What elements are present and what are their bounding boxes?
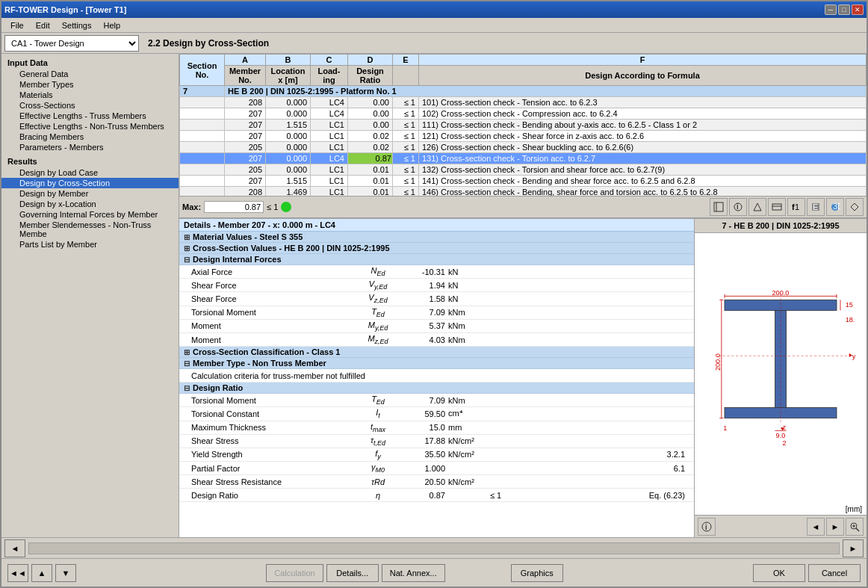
sidebar-item-governing-forces[interactable]: Governing Internal Forces by Member [1,209,179,220]
nav-btn-1[interactable]: ◄◄ [7,564,28,582]
svg-text:i: i [737,202,738,211]
sidebar-item-parameters[interactable]: Parameters - Members [1,142,179,152]
toolbar-icon-2[interactable]: i [729,198,747,216]
graphics-button[interactable]: Graphics [511,564,563,582]
table-row[interactable]: 208 1.469 LC1 0.01 ≤ 1 146) Cross-sectio… [180,187,867,196]
unit: kN [445,267,490,276]
toolbar-icon-8[interactable] [846,198,864,216]
value: 1.000 [400,464,445,473]
cell-le: ≤ 1 [393,176,419,187]
nav-btn-3[interactable]: ▼ [55,564,76,582]
maximize-button[interactable]: □ [838,4,850,15]
nav-right-btn[interactable]: ► [843,539,864,557]
section-design-ratio[interactable]: ⊟ Design Ratio [179,383,694,394]
svg-text:1: 1 [795,202,799,211]
table-row[interactable]: 207 0.000 LC1 0.02 ≤ 1 121) Cross-sectio… [180,131,867,142]
sidebar-item-eff-nontruss[interactable]: Effective Lengths - Non-Truss Members [1,121,179,131]
section-internal-forces[interactable]: ⊟ Design Internal Forces [179,254,694,265]
toolbar-icon-4[interactable] [768,198,786,216]
sidebar-item-design-cross-section[interactable]: Design by Cross-Section [1,178,179,188]
section-label: Cross-Section Classification - Class 1 [193,347,340,356]
sidebar-item-general-data[interactable]: General Data [1,69,179,79]
cell-loading: LC4 [311,108,348,120]
svg-text:15: 15 [846,301,853,309]
design-case-dropdown[interactable]: CA1 - Tower Design [4,35,139,52]
title-bar-buttons: ─ □ ✕ [825,4,864,15]
unit: kN/cm² [445,450,490,459]
toolbar-icon-7[interactable]: 3D [826,198,844,216]
cell-formula: 141) Cross-section check - Bending and s… [419,176,867,187]
cs-next-btn[interactable]: ► [826,518,844,536]
table-row[interactable]: 205 0.000 LC1 0.02 ≤ 1 126) Cross-sectio… [180,142,867,153]
horizontal-scrollbar[interactable] [28,542,840,554]
sidebar-item-design-load-case[interactable]: Design by Load Case [1,167,179,178]
toolbar-icon-1[interactable] [710,198,728,216]
cs-info-btn[interactable]: i [698,518,716,536]
table-row[interactable]: 205 0.000 LC1 0.01 ≤ 1 132) Cross-sectio… [180,164,867,176]
table-row[interactable]: 207 1.515 LC1 0.01 ≤ 1 141) Cross-sectio… [180,176,867,187]
section-classification[interactable]: ⊞ Cross-Section Classification - Class 1 [179,347,694,358]
cell-section [180,164,225,176]
window-title: RF-TOWER Design - [Tower T1] [4,5,126,14]
sidebar-item-bracing[interactable]: Bracing Members [1,131,179,142]
minimize-button[interactable]: ─ [825,4,837,15]
cell-le: ≤ 1 [393,97,419,108]
value: 20.50 [400,477,445,486]
menu-file[interactable]: File [4,19,30,31]
table-row[interactable]: 207 1.515 LC1 0.00 ≤ 1 111) Cross-sectio… [180,120,867,131]
cell-member: 207 [225,120,266,131]
ok-button[interactable]: OK [753,564,805,582]
toolbar-icon-3[interactable] [748,198,766,216]
max-row: Max: 0.87 ≤ 1 i [179,196,867,217]
label: Maximum Thickness [191,423,356,432]
cell-formula: 146) Cross-section check - Bending, shea… [419,187,867,196]
menu-edit[interactable]: Edit [30,19,56,31]
nat-annex-button[interactable]: Nat. Annex... [382,564,445,582]
section-cross-section-values[interactable]: ⊞ Cross-Section Values - HE B 200 | DIN … [179,243,694,254]
sidebar-item-parts-list[interactable]: Parts List by Member [1,239,179,250]
unit: kNm [445,335,490,344]
toolbar-icon-5[interactable]: f1 [787,198,805,216]
details-button[interactable]: Details... [326,564,379,582]
symbol: η [356,491,400,500]
cs-zoom-btn[interactable] [846,518,864,536]
sidebar-item-design-x-location[interactable]: Design by x-Location [1,199,179,209]
cell-value: 0.01 [348,187,393,196]
menu-help[interactable]: Help [97,19,126,31]
close-button[interactable]: ✕ [852,4,864,15]
section-material[interactable]: ⊞ Material Values - Steel S 355 [179,232,694,243]
cell-value: 0.01 [348,164,393,176]
calculation-button[interactable]: Calculation [266,564,323,582]
nav-btn-2[interactable]: ▲ [31,564,52,582]
sidebar: Input Data General Data Member Types Mat… [1,54,179,537]
sidebar-item-slendemesses[interactable]: Member Slendemesses - Non-Truss Membe [1,220,179,239]
cell-location: 0.000 [266,131,311,142]
nav-left-btn[interactable]: ◄ [4,539,25,557]
section-member-type[interactable]: ⊟ Member Type - Non Truss Member [179,358,694,369]
symbol: Vz,Ed [356,293,400,304]
sidebar-item-eff-truss[interactable]: Effective Lengths - Truss Members [1,111,179,121]
cancel-button[interactable]: Cancel [808,564,861,582]
detail-dr-tmax: Maximum Thickness tmax 15.0 mm [179,421,694,435]
details-header: Details - Member 207 - x: 0.000 m - LC4 [179,219,694,232]
value: 35.50 [400,450,445,459]
symbol: fy [356,449,400,460]
sidebar-item-cross-sections[interactable]: Cross-Sections [1,100,179,111]
table-scroll[interactable]: SectionNo. A B C D E F Member No. Locati… [179,54,867,196]
cs-prev-btn[interactable]: ◄ [807,518,825,536]
cell-value: 0.01 [348,176,393,187]
toolbar-icon-6[interactable]: E [807,198,825,216]
table-row[interactable]: 208 0.000 LC4 0.00 ≤ 1 101) Cross-sectio… [180,97,867,108]
table-row-highlighted[interactable]: 207 0.000 LC4 0.87 ≤ 1 131) Cross-sectio… [180,153,867,164]
sidebar-item-member-types[interactable]: Member Types [1,79,179,90]
sidebar-item-materials[interactable]: Materials [1,90,179,100]
cell-le: ≤ 1 [393,153,419,164]
menu-bar: File Edit Settings Help [1,18,867,33]
label: Design Ratio [191,491,356,500]
table-section-header: 7 HE B 200 | DIN 1025-2:1995 - Platform … [180,86,867,97]
sidebar-item-design-member[interactable]: Design by Member [1,188,179,199]
menu-settings[interactable]: Settings [56,19,98,31]
symbol: TEd [356,394,400,406]
table-row[interactable]: 207 0.000 LC4 0.00 ≤ 1 102) Cross-sectio… [180,108,867,120]
cell-value: 0.02 [348,131,393,142]
